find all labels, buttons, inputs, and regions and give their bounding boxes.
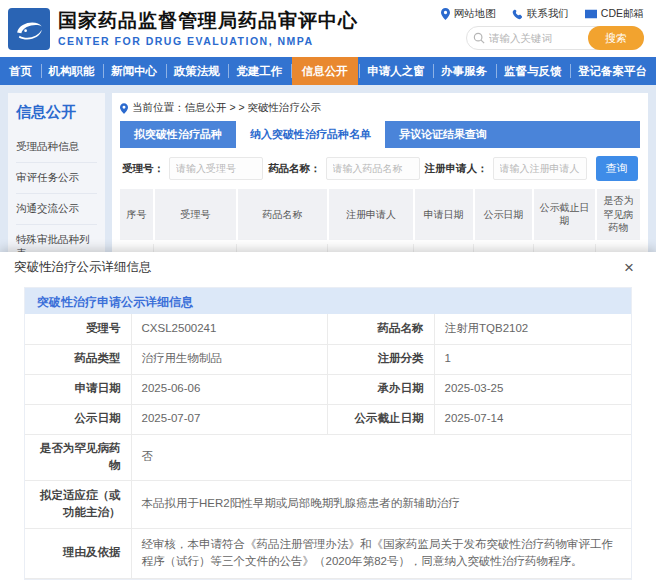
- cell-publicity-end-date: 2025-07-14: [533, 242, 595, 253]
- label-药品名称: 药品名称: [328, 314, 434, 344]
- col-序号: 序号: [120, 189, 154, 242]
- tab-objection-results[interactable]: 异议论证结果查询: [385, 121, 501, 148]
- results-table: 序号 受理号 药品名称 注册申请人 申请日期 公示日期 公示截止日期 是否为罕见…: [120, 189, 640, 252]
- brand: 国家药品监督管理局药品审评中心 CENTER FOR DRUG EVALUATI…: [8, 8, 358, 50]
- nav-item-party[interactable]: 党建工作: [229, 57, 289, 85]
- col-公示截止日期: 公示截止日期: [533, 189, 595, 242]
- acceptance-no-input[interactable]: [169, 157, 263, 180]
- drug-name-label: 药品名称：: [268, 162, 321, 176]
- close-icon[interactable]: ×: [624, 259, 634, 276]
- detail-row-type: 药品类型 治疗用生物制品 注册分类 1: [25, 344, 631, 374]
- header-search-button[interactable]: 搜索: [588, 26, 644, 50]
- value-理由及依据: 经审核，本申请符合《药品注册管理办法》和《国家药监局关于发布突破性治疗药物审评工…: [131, 528, 631, 578]
- cell-apply-date: 2025-06-06: [414, 242, 474, 253]
- table-row[interactable]: 1 CXSL2500241 注射用TQB2102 正大天晴药业集团南京顺欣制药有…: [120, 242, 640, 253]
- modal-title: 突破性治疗公示详细信息: [14, 259, 152, 276]
- sitemap-link-label: 网站地图: [454, 7, 496, 21]
- nav-item-info-disclosure[interactable]: 信息公开: [292, 57, 358, 85]
- detail-row-acceptance: 受理号 CXSL2500241 药品名称 注射用TQB2102: [25, 314, 631, 344]
- label-公示截止日期: 公示截止日期: [328, 404, 434, 434]
- cde-mail-link[interactable]: CDE邮箱: [585, 7, 644, 21]
- sidebar-item-communication[interactable]: 沟通交流公示: [16, 194, 97, 225]
- detail-box: 突破性治疗申请公示详细信息 受理号 CXSL2500241 药品名称 注射用TQ…: [24, 287, 632, 580]
- sidebar-item-accepted-varieties[interactable]: 受理品种信息: [16, 132, 97, 163]
- nav-item-supervision[interactable]: 监督与反馈: [497, 57, 569, 85]
- nav-item-applicant-window[interactable]: 申请人之窗: [360, 57, 432, 85]
- sitemap-link[interactable]: 网站地图: [441, 7, 496, 21]
- contact-link-label: 联系我们: [527, 7, 569, 21]
- cell-index: 1: [120, 242, 154, 253]
- nav-item-functions[interactable]: 机构职能: [42, 57, 102, 85]
- label-是否为罕见病药物: 是否为罕见病药物: [25, 434, 131, 480]
- value-注册分类: 1: [434, 344, 631, 374]
- detail-row-rationale: 理由及依据 经审核，本申请符合《药品注册管理办法》和《国家药监局关于发布突破性治…: [25, 528, 631, 578]
- col-注册申请人: 注册申请人: [328, 189, 414, 242]
- value-公示日期: 2025-07-07: [131, 404, 328, 434]
- sidebar-title: 信息公开: [16, 103, 97, 122]
- label-药品类型: 药品类型: [25, 344, 131, 374]
- value-药品类型: 治疗用生物制品: [131, 344, 328, 374]
- sidebar-item-review-tasks[interactable]: 审评任务公示: [16, 163, 97, 194]
- location-pin-icon: [120, 103, 128, 114]
- cell-drug-name: 注射用TQB2102: [237, 242, 328, 253]
- value-受理号: CXSL2500241: [131, 314, 328, 344]
- sidebar: 信息公开 受理品种信息 审评任务公示 沟通交流公示 特殊审批品种列表 优先审评公…: [8, 93, 105, 252]
- detail-row-publicity-date: 公示日期 2025-07-07 公示截止日期 2025-07-14: [25, 404, 631, 434]
- site-header: 国家药品监督管理局药品审评中心 CENTER FOR DRUG EVALUATI…: [0, 0, 656, 57]
- filter-row: 受理号： 药品名称： 注册申请人： 查询: [120, 148, 640, 189]
- breadcrumb-text: 当前位置：信息公开 > > 突破性治疗公示: [132, 101, 321, 115]
- detail-section-title: 突破性治疗申请公示详细信息: [25, 288, 631, 314]
- nav-item-services[interactable]: 办事服务: [434, 57, 494, 85]
- cde-mail-link-label: CDE邮箱: [601, 7, 644, 21]
- tab-included-breakthrough-list[interactable]: 纳入突破性治疗品种名单: [236, 121, 385, 148]
- detail-row-rare-disease: 是否为罕见病药物 否: [25, 434, 631, 480]
- tab-bar: 拟突破性治疗品种 纳入突破性治疗品种名单 异议论证结果查询: [120, 121, 640, 148]
- sidebar-item-special-approval[interactable]: 特殊审批品种列表: [16, 225, 97, 252]
- content-area: 信息公开 受理品种信息 审评任务公示 沟通交流公示 特殊审批品种列表 优先审评公…: [0, 85, 656, 252]
- label-注册分类: 注册分类: [328, 344, 434, 374]
- cell-rare-disease: 否: [596, 242, 640, 253]
- quick-links: 网站地图 联系我们 CDE邮箱: [441, 7, 644, 21]
- value-是否为罕见病药物: 否: [131, 434, 631, 480]
- search-icon: [473, 32, 485, 44]
- cell-applicant: 正大天晴药业集团南京顺欣制药有限公司: [328, 242, 414, 253]
- drug-name-input[interactable]: [326, 157, 420, 180]
- location-pin-icon: [441, 8, 450, 20]
- value-公示截止日期: 2025-07-14: [434, 404, 631, 434]
- label-承办日期: 承办日期: [328, 374, 434, 404]
- main-panel: 当前位置：信息公开 > > 突破性治疗公示 拟突破性治疗品种 纳入突破性治疗品种…: [112, 93, 648, 252]
- site-title: 国家药品监督管理局药品审评中心: [58, 10, 358, 33]
- phone-icon: [512, 9, 523, 20]
- detail-table: 受理号 CXSL2500241 药品名称 注射用TQB2102 药品类型 治疗用…: [25, 314, 631, 579]
- label-公示日期: 公示日期: [25, 404, 131, 434]
- cell-acceptance-no: CXSL2500241: [154, 242, 237, 253]
- label-受理号: 受理号: [25, 314, 131, 344]
- breadcrumb: 当前位置：信息公开 > > 突破性治疗公示: [120, 99, 640, 121]
- cell-publicity-date: 2025-07-07: [474, 242, 534, 253]
- query-button[interactable]: 查询: [596, 156, 639, 181]
- brand-text: 国家药品监督管理局药品审评中心 CENTER FOR DRUG EVALUATI…: [58, 10, 358, 47]
- contact-link[interactable]: 联系我们: [512, 7, 569, 21]
- modal-header: 突破性治疗公示详细信息 ×: [0, 252, 656, 282]
- nav-item-news[interactable]: 新闻中心: [104, 57, 164, 85]
- col-公示日期: 公示日期: [474, 189, 534, 242]
- detail-row-apply-date: 申请日期 2025-06-06 承办日期 2025-03-25: [25, 374, 631, 404]
- label-拟定适应症: 拟定适应症（或功能主治）: [25, 480, 131, 528]
- col-是否为罕见病药物: 是否为罕见病药物: [596, 189, 640, 242]
- col-申请日期: 申请日期: [414, 189, 474, 242]
- logo-swoosh-icon: [12, 12, 46, 46]
- col-受理号: 受理号: [154, 189, 237, 242]
- detail-modal: 突破性治疗公示详细信息 × 突破性治疗申请公示详细信息 受理号 CXSL2500…: [0, 252, 656, 580]
- applicant-input[interactable]: [493, 157, 587, 180]
- header-right: 网站地图 联系我们 CDE邮箱 搜索: [441, 7, 648, 50]
- value-拟定适应症: 本品拟用于HER2阳性早期或局部晚期乳腺癌患者的新辅助治疗: [131, 480, 631, 528]
- tab-proposed-breakthrough[interactable]: 拟突破性治疗品种: [120, 121, 236, 148]
- acceptance-no-label: 受理号：: [122, 162, 164, 176]
- nav-item-home[interactable]: 首页: [2, 57, 39, 85]
- site-subtitle: CENTER FOR DRUG EVALUATION, NMPA: [58, 35, 358, 47]
- nav-item-registration-platform[interactable]: 登记备案平台: [571, 57, 654, 85]
- col-药品名称: 药品名称: [237, 189, 328, 242]
- table-header-row: 序号 受理号 药品名称 注册申请人 申请日期 公示日期 公示截止日期 是否为罕见…: [120, 189, 640, 242]
- nav-item-policies[interactable]: 政策法规: [167, 57, 227, 85]
- value-药品名称: 注射用TQB2102: [434, 314, 631, 344]
